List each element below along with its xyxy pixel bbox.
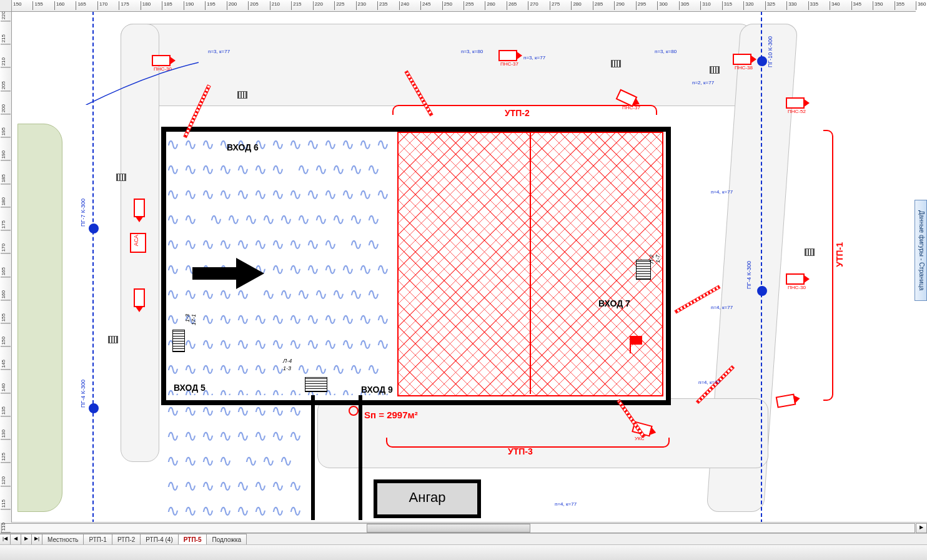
utp1-bracket xyxy=(823,130,833,401)
truck-caption: ПНС-52 xyxy=(788,109,806,114)
hydrant-label: ПГ-10 К-300 xyxy=(767,36,773,67)
connector-icon xyxy=(611,60,621,67)
fire-truck-icon xyxy=(134,199,145,217)
ruler-tick: 210 xyxy=(1,57,11,67)
road-bottom xyxy=(317,398,768,468)
page-tab-0[interactable]: Местность xyxy=(42,534,84,545)
ruler-horizontal[interactable]: 1501551601651701751801851901952002052102… xyxy=(11,0,916,12)
ruler-tick: 250 xyxy=(442,1,452,10)
ruler-tick: 160 xyxy=(1,290,11,300)
line-label: Л-4 xyxy=(283,358,292,364)
ruler-tick: 125 xyxy=(1,453,11,463)
utp-label: УТП-2 xyxy=(505,108,530,118)
ruler-tick: 185 xyxy=(162,1,172,10)
stairs-icon xyxy=(172,330,185,352)
ruler-tick: 165 xyxy=(76,1,86,10)
fire-truck-icon xyxy=(786,273,805,285)
page-tab-3[interactable]: РТП-4 (4) xyxy=(140,534,178,545)
ruler-tick: 360 xyxy=(916,1,926,10)
ruler-tick: 115 xyxy=(1,499,11,509)
stairs-icon xyxy=(305,377,327,392)
ruler-tick: 315 xyxy=(722,1,732,10)
hydrant-label: ПГ-4 К-300 xyxy=(80,380,86,408)
entry-label: ВХОД 7 xyxy=(598,298,630,308)
shape-data-panel-tab[interactable]: Данные фигуры - Страница xyxy=(915,200,927,301)
ruler-tick: 210 xyxy=(270,1,280,10)
hangar-box: Ангар xyxy=(374,479,481,518)
truck-caption: ПНС-37 xyxy=(622,105,640,111)
hose-param: n=3, к=77 xyxy=(208,49,230,54)
ruler-tick: 175 xyxy=(1,220,11,230)
fire-front-line xyxy=(530,132,531,394)
status-bar xyxy=(0,544,927,560)
ruler-tick: 255 xyxy=(464,1,473,10)
grass-patch xyxy=(17,124,62,512)
hose-param: n=3, к=80 xyxy=(461,49,483,54)
ruler-tick: 165 xyxy=(1,267,11,277)
line-label: 1-3 xyxy=(283,365,291,371)
ruler-tick: 175 xyxy=(119,1,129,10)
page-tab-5[interactable]: Подложка xyxy=(206,534,247,545)
tab-last-button[interactable]: ▶| xyxy=(31,534,42,545)
page-tab-4[interactable]: РТП-5 xyxy=(178,534,207,545)
ruler-tick: 330 xyxy=(786,1,796,10)
hydrant-icon xyxy=(757,286,767,296)
entry-label: ВХОД 9 xyxy=(361,385,393,395)
page-tab-1[interactable]: РТП-1 xyxy=(83,534,112,545)
command-flag-icon xyxy=(630,336,642,345)
ruler-tick: 160 xyxy=(54,1,64,10)
line-label: 17-1 xyxy=(191,314,197,325)
hydrant-icon xyxy=(757,56,767,66)
ruler-tick: 245 xyxy=(420,1,430,10)
ruler-tick: 215 xyxy=(291,1,301,10)
hose-param: n=4, к=77 xyxy=(555,501,577,507)
fire-area-label: Sп = 2997м² xyxy=(364,410,418,420)
ruler-tick: 335 xyxy=(808,1,818,10)
tab-next-button[interactable]: ▶ xyxy=(21,534,32,545)
ruler-tick: 200 xyxy=(227,1,237,10)
ruler-tick: 300 xyxy=(657,1,667,10)
tab-first-button[interactable]: |◀ xyxy=(0,534,11,545)
ruler-tick: 285 xyxy=(593,1,603,10)
ruler-tick: 220 xyxy=(313,1,323,10)
ruler-tick: 350 xyxy=(873,1,883,10)
ruler-tick: 235 xyxy=(377,1,387,10)
tab-prev-button[interactable]: ◀ xyxy=(10,534,21,545)
hose-param: n=4, к=77 xyxy=(698,380,720,385)
ruler-tick: 275 xyxy=(550,1,560,10)
page-tabs: |◀ ◀ ▶ ▶| МестностьРТП-1РТП-2РТП-4 (4)РТ… xyxy=(0,533,927,545)
ruler-tick: 225 xyxy=(334,1,344,10)
hydrant-icon xyxy=(89,403,99,413)
hscroll-track[interactable] xyxy=(1,523,915,533)
hose-param: n=3, к=80 xyxy=(655,49,677,54)
truck-caption: ПНС-38 xyxy=(735,65,753,71)
ruler-tick: 230 xyxy=(356,1,366,10)
connector-icon xyxy=(710,66,720,74)
hscroll-thumb[interactable] xyxy=(367,524,530,533)
ruler-tick: 260 xyxy=(485,1,495,10)
ruler-tick: 240 xyxy=(399,1,409,10)
entry-label: ВХОД 5 xyxy=(174,383,206,393)
ruler-tick: 130 xyxy=(1,430,11,440)
connector-icon xyxy=(805,248,815,256)
drawing-canvas[interactable]: ПГ-7 К-300 ПГ-4 К-300 ПГ-10 К-300 ПГ-4 К… xyxy=(11,11,916,523)
ruler-tick: 280 xyxy=(571,1,581,10)
ruler-tick: 145 xyxy=(1,360,11,370)
ruler-tick: 155 xyxy=(1,313,11,323)
svg-marker-0 xyxy=(192,258,264,289)
ruler-tick: 195 xyxy=(205,1,215,10)
ruler-vertical[interactable]: 1101151201251301351401451501551601651701… xyxy=(0,11,12,523)
ruler-tick: 265 xyxy=(507,1,517,10)
ruler-tick: 110 xyxy=(1,523,11,533)
truck-caption: ПНС-30 xyxy=(788,285,806,290)
fire-truck-icon xyxy=(733,54,751,65)
hscroll-right[interactable]: ▶ xyxy=(916,523,927,533)
fire-truck-icon xyxy=(134,288,145,307)
ruler-tick: 270 xyxy=(528,1,538,10)
page-tab-2[interactable]: РТП-2 xyxy=(112,534,141,545)
hydrant-label: ПГ-4 К-300 xyxy=(746,261,752,289)
ruler-tick: 215 xyxy=(1,34,11,44)
horizontal-scrollbar[interactable]: ▶ xyxy=(0,522,927,534)
line-label: 1-7 xyxy=(655,255,661,263)
ruler-tick: 325 xyxy=(765,1,775,10)
